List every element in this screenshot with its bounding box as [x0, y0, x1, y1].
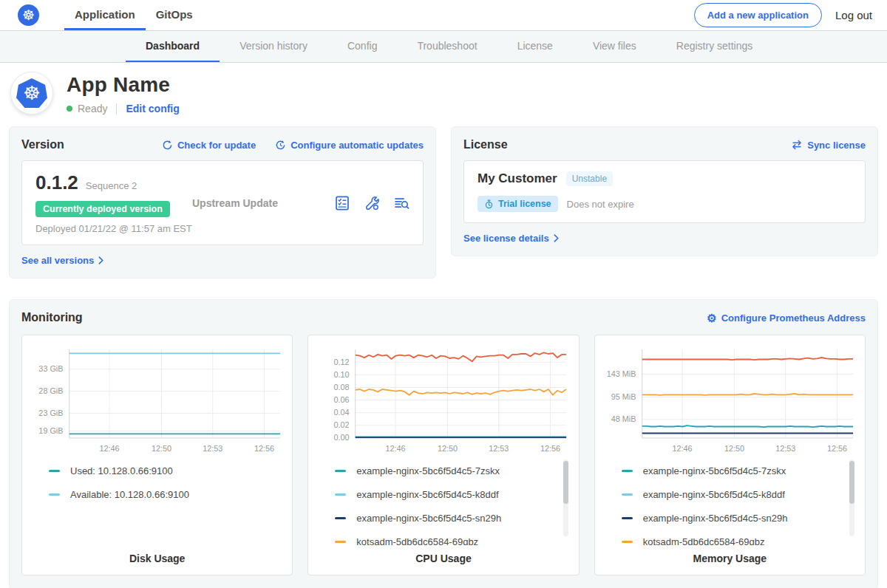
- license-type-badge: Trial license: [478, 196, 558, 212]
- subnav-tab-config[interactable]: Config: [327, 31, 397, 62]
- legend-item: example-nginx-5bc6f5d4c5-k8ddf: [335, 489, 556, 500]
- release-notes-button[interactable]: [334, 195, 350, 211]
- legend-color-dash: [335, 541, 346, 543]
- kubernetes-icon: ☸: [16, 78, 47, 108]
- current-version-card: 0.1.2 Sequence 2 Currently deployed vers…: [21, 160, 424, 245]
- legend-label: example-nginx-5bc6f5d4c5-k8ddf: [643, 489, 785, 500]
- legend-label: example-nginx-5bc6f5d4c5-7zskx: [356, 465, 500, 476]
- disk-usage-chart-title: Disk Usage: [30, 553, 285, 564]
- brand-logo[interactable]: ☸: [18, 0, 39, 30]
- svg-text:0.06: 0.06: [334, 395, 350, 404]
- version-panel: Version Check for update Configure autom…: [9, 126, 436, 278]
- log-search-icon: [393, 195, 409, 211]
- preflight-checks-button[interactable]: [364, 195, 380, 211]
- version-sequence: Sequence 2: [86, 180, 137, 191]
- legend-item: example-nginx-5bc6f5d4c5-k8ddf: [622, 489, 843, 500]
- top-nav-tabs: Application GitOps: [64, 0, 203, 30]
- memory-usage-legend: example-nginx-5bc6f5d4c5-7zskxexample-ng…: [602, 455, 857, 545]
- svg-text:95 MiB: 95 MiB: [611, 392, 636, 401]
- subnav-tab-version-history[interactable]: Version history: [220, 31, 327, 62]
- app-avatar: ☸: [10, 72, 53, 114]
- configure-prometheus-link[interactable]: ⚙ Configure Prometheus Address: [707, 312, 866, 324]
- view-logs-button[interactable]: [393, 195, 409, 211]
- svg-text:0.02: 0.02: [334, 421, 350, 430]
- svg-text:12:50: 12:50: [152, 444, 171, 453]
- app-header: ☸ App Name Ready Edit config: [0, 63, 887, 126]
- svg-text:12:46: 12:46: [672, 444, 692, 453]
- legend-color-dash: [335, 517, 346, 519]
- legend-color-dash: [622, 517, 633, 519]
- license-expiry: Does not expire: [567, 199, 634, 210]
- see-all-versions-link[interactable]: See all versions: [21, 255, 103, 266]
- svg-text:12:50: 12:50: [438, 444, 458, 453]
- memory-usage-chart-card: 143 MiB95 MiB48 MiB12:4612:5012:5312:56 …: [594, 335, 866, 575]
- tab-gitops[interactable]: GitOps: [146, 0, 203, 30]
- legend-item: example-nginx-5bc6f5d4c5-7zskx: [335, 465, 556, 476]
- add-application-button[interactable]: Add a new application: [694, 3, 822, 27]
- version-source: Upstream Update: [192, 197, 334, 209]
- legend-color-dash: [622, 493, 633, 496]
- status-dot: [67, 106, 72, 112]
- legend-color-dash: [335, 493, 346, 496]
- svg-text:0.08: 0.08: [334, 383, 350, 392]
- legend-label: kotsadm-5db6dc6584-69qbz: [356, 536, 478, 545]
- gear-icon: ⚙: [707, 312, 716, 324]
- license-card: My Customer Unstable Trial license Does …: [463, 160, 866, 223]
- top-nav: ☸ Application GitOps Add a new applicati…: [0, 0, 887, 31]
- memory-usage-chart-title: Memory Usage: [602, 553, 857, 564]
- configure-automatic-updates-label: Configure automatic updates: [290, 140, 424, 151]
- cpu-usage-chart: 0.120.100.080.060.040.020.0012:4612:5012…: [316, 343, 571, 455]
- check-for-update-label: Check for update: [177, 140, 256, 151]
- svg-text:19 GiB: 19 GiB: [38, 426, 63, 435]
- legend-label: example-nginx-5bc6f5d4c5-sn29h: [356, 513, 501, 524]
- svg-text:12:56: 12:56: [827, 444, 847, 453]
- legend-item: kotsadm-5db6dc6584-69qbz: [335, 536, 556, 545]
- svg-text:28 GiB: 28 GiB: [38, 386, 63, 395]
- monitoring-panel: Monitoring ⚙ Configure Prometheus Addres…: [9, 299, 878, 588]
- refresh-icon: [162, 140, 173, 151]
- logout-button[interactable]: Log out: [835, 9, 872, 21]
- deployed-version-badge: Currently deployed version: [35, 201, 170, 217]
- svg-text:12:56: 12:56: [254, 444, 274, 453]
- svg-text:12:53: 12:53: [775, 444, 795, 453]
- configure-automatic-updates-link[interactable]: Configure automatic updates: [275, 140, 424, 151]
- sync-license-link[interactable]: Sync license: [791, 140, 866, 151]
- subnav-tab-license[interactable]: License: [497, 31, 573, 62]
- legend-scrollbar-thumb[interactable]: [849, 461, 854, 504]
- stopwatch-icon: [484, 199, 494, 209]
- cpu-usage-chart-card: 0.120.100.080.060.040.020.0012:4612:5012…: [307, 335, 579, 575]
- license-type-label: Trial license: [498, 199, 551, 209]
- svg-text:12:46: 12:46: [99, 444, 119, 453]
- legend-color-dash: [335, 470, 346, 472]
- svg-text:12:56: 12:56: [540, 444, 560, 453]
- disk-usage-legend: Used: 10.128.0.66:9100Available: 10.128.…: [30, 455, 285, 545]
- svg-text:0.04: 0.04: [334, 408, 350, 417]
- deployed-timestamp: Deployed 01/21/22 @ 11:57 am EST: [35, 223, 192, 234]
- cpu-usage-chart-title: CPU Usage: [316, 553, 571, 564]
- sync-license-label: Sync license: [807, 140, 866, 151]
- svg-text:12:53: 12:53: [203, 444, 222, 453]
- memory-usage-chart: 143 MiB95 MiB48 MiB12:4612:5012:5312:56: [602, 343, 857, 455]
- subnav-tab-view-files[interactable]: View files: [573, 31, 656, 62]
- disk-usage-chart-card: 33 GiB28 GiB23 GiB19 GiB12:4612:5012:531…: [21, 335, 293, 575]
- cpu-usage-legend: example-nginx-5bc6f5d4c5-7zskxexample-ng…: [316, 455, 571, 545]
- chevron-right-icon: [98, 256, 103, 264]
- version-number: 0.1.2: [35, 171, 78, 194]
- chevron-right-icon: [554, 234, 559, 242]
- sync-icon: [791, 140, 803, 150]
- svg-text:33 GiB: 33 GiB: [38, 365, 63, 374]
- subnav-tab-troubleshoot[interactable]: Troubleshoot: [397, 31, 497, 62]
- legend-label: Used: 10.128.0.66:9100: [70, 465, 173, 476]
- status-text: Ready: [78, 103, 107, 114]
- legend-item: Available: 10.128.0.66:9100: [49, 489, 270, 500]
- legend-item: example-nginx-5bc6f5d4c5-sn29h: [335, 513, 556, 524]
- legend-scrollbar-thumb[interactable]: [563, 461, 568, 504]
- svg-text:12:50: 12:50: [724, 444, 744, 453]
- edit-config-link[interactable]: Edit config: [126, 103, 179, 114]
- tab-application[interactable]: Application: [64, 0, 146, 30]
- see-license-details-link[interactable]: See license details: [463, 233, 559, 244]
- subnav-tab-dashboard[interactable]: Dashboard: [126, 31, 220, 62]
- subnav-tab-registry-settings[interactable]: Registry settings: [656, 31, 772, 62]
- check-for-update-link[interactable]: Check for update: [162, 140, 256, 151]
- wrench-gear-icon: [364, 195, 380, 211]
